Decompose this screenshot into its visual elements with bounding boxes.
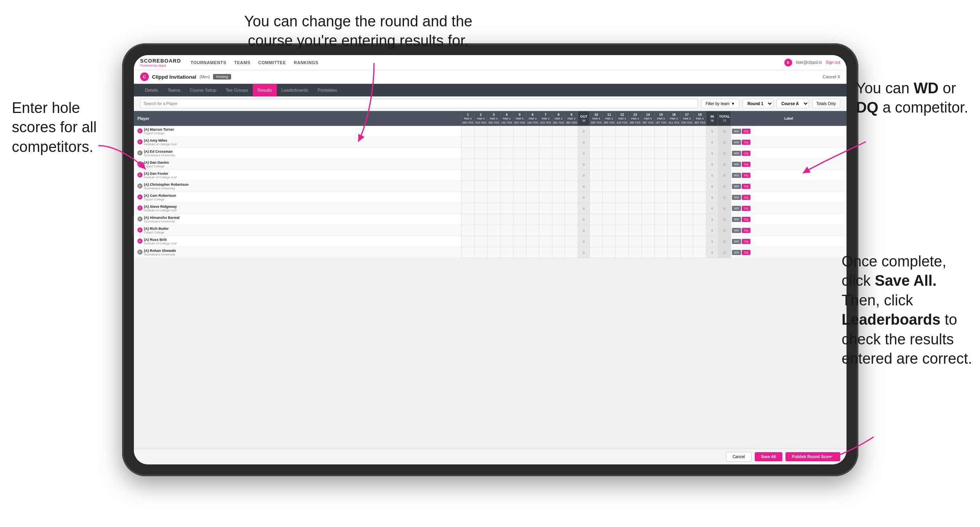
- hole-7-score[interactable]: [539, 225, 552, 236]
- score-input[interactable]: [461, 126, 474, 137]
- hole-8-score[interactable]: [552, 236, 565, 247]
- hole-6-score[interactable]: [526, 170, 539, 181]
- score-input[interactable]: [693, 225, 706, 236]
- hole-1-score[interactable]: [461, 203, 474, 214]
- hole-4-score[interactable]: [500, 203, 513, 214]
- score-input[interactable]: [513, 170, 526, 181]
- hole-16-score[interactable]: [667, 148, 680, 159]
- score-input[interactable]: [539, 192, 552, 203]
- dq-button[interactable]: DQ: [742, 206, 750, 211]
- hole-18-score[interactable]: [693, 159, 706, 170]
- score-input[interactable]: [500, 159, 513, 170]
- hole-15-score[interactable]: [654, 192, 667, 203]
- score-input[interactable]: [629, 203, 641, 214]
- score-input[interactable]: [487, 181, 500, 192]
- hole-1-score[interactable]: [461, 148, 474, 159]
- hole-5-score[interactable]: [513, 126, 526, 137]
- score-input[interactable]: [629, 181, 641, 192]
- score-input[interactable]: [565, 137, 578, 148]
- hole-13-score[interactable]: [629, 203, 642, 214]
- wd-button[interactable]: WD: [732, 151, 741, 156]
- hole-14-score[interactable]: [641, 236, 654, 247]
- hole-3-score[interactable]: [487, 148, 500, 159]
- hole-13-score[interactable]: [629, 192, 642, 203]
- dq-button[interactable]: DQ: [742, 140, 750, 145]
- hole-5-score[interactable]: [513, 236, 526, 247]
- score-input[interactable]: [693, 192, 706, 203]
- hole-3-score[interactable]: [487, 247, 500, 258]
- score-input[interactable]: [461, 159, 474, 170]
- hole-14-score[interactable]: [641, 126, 654, 137]
- hole-16-score[interactable]: [667, 159, 680, 170]
- score-input[interactable]: [693, 126, 706, 137]
- hole-9-score[interactable]: [565, 137, 578, 148]
- hole-17-score[interactable]: [680, 126, 693, 137]
- hole-15-score[interactable]: [654, 247, 667, 258]
- hole-4-score[interactable]: [500, 170, 513, 181]
- hole-16-score[interactable]: [667, 247, 680, 258]
- hole-14-score[interactable]: [641, 148, 654, 159]
- hole-15-score[interactable]: [654, 225, 667, 236]
- hole-12-score[interactable]: [616, 137, 629, 148]
- hole-6-score[interactable]: [526, 214, 539, 225]
- score-input[interactable]: [526, 181, 539, 192]
- score-input[interactable]: [474, 214, 487, 225]
- dq-button[interactable]: DQ: [742, 217, 750, 222]
- score-input[interactable]: [590, 247, 602, 258]
- hole-6-score[interactable]: [526, 236, 539, 247]
- hole-11-score[interactable]: [603, 225, 616, 236]
- hole-18-score[interactable]: [693, 247, 706, 258]
- score-input[interactable]: [629, 137, 641, 148]
- tab-teams[interactable]: Teams: [163, 84, 185, 96]
- score-input[interactable]: [461, 225, 474, 236]
- hole-2-score[interactable]: [474, 126, 487, 137]
- score-input[interactable]: [629, 214, 641, 225]
- score-input[interactable]: [552, 214, 565, 225]
- tab-details[interactable]: Details: [140, 84, 163, 96]
- hole-18-score[interactable]: [693, 225, 706, 236]
- hole-9-score[interactable]: [565, 126, 578, 137]
- hole-12-score[interactable]: [616, 148, 629, 159]
- score-input[interactable]: [539, 203, 552, 214]
- hole-14-score[interactable]: [641, 214, 654, 225]
- score-input[interactable]: [616, 137, 628, 148]
- hole-10-score[interactable]: [590, 247, 603, 258]
- search-input[interactable]: [140, 99, 698, 108]
- hole-12-score[interactable]: [616, 126, 629, 137]
- hole-1-score[interactable]: [461, 159, 474, 170]
- score-input[interactable]: [616, 159, 628, 170]
- score-input[interactable]: [500, 214, 513, 225]
- hole-3-score[interactable]: [487, 203, 500, 214]
- score-input[interactable]: [474, 159, 487, 170]
- round-select[interactable]: Round 1 Round 2 Round 3: [743, 99, 773, 108]
- hole-8-score[interactable]: [552, 181, 565, 192]
- hole-9-score[interactable]: [565, 236, 578, 247]
- hole-6-score[interactable]: [526, 203, 539, 214]
- hole-4-score[interactable]: [500, 148, 513, 159]
- score-input[interactable]: [616, 225, 628, 236]
- hole-4-score[interactable]: [500, 247, 513, 258]
- hole-16-score[interactable]: [667, 126, 680, 137]
- hole-14-score[interactable]: [641, 225, 654, 236]
- hole-15-score[interactable]: [654, 170, 667, 181]
- hole-16-score[interactable]: [667, 203, 680, 214]
- score-input[interactable]: [500, 247, 513, 258]
- nav-teams[interactable]: TEAMS: [234, 60, 250, 65]
- cancel-button[interactable]: Cancel: [726, 452, 752, 462]
- score-input[interactable]: [668, 170, 680, 181]
- score-input[interactable]: [565, 181, 578, 192]
- hole-18-score[interactable]: [693, 170, 706, 181]
- wd-button[interactable]: WD: [732, 162, 741, 167]
- hole-15-score[interactable]: [654, 214, 667, 225]
- hole-11-score[interactable]: [603, 181, 616, 192]
- hole-6-score[interactable]: [526, 247, 539, 258]
- hole-17-score[interactable]: [680, 236, 693, 247]
- save-all-button[interactable]: Save All: [755, 452, 783, 461]
- score-input[interactable]: [603, 236, 615, 247]
- hole-6-score[interactable]: [526, 137, 539, 148]
- hole-10-score[interactable]: [590, 170, 603, 181]
- hole-3-score[interactable]: [487, 137, 500, 148]
- hole-18-score[interactable]: [693, 137, 706, 148]
- score-input[interactable]: [603, 159, 615, 170]
- hole-11-score[interactable]: [603, 159, 616, 170]
